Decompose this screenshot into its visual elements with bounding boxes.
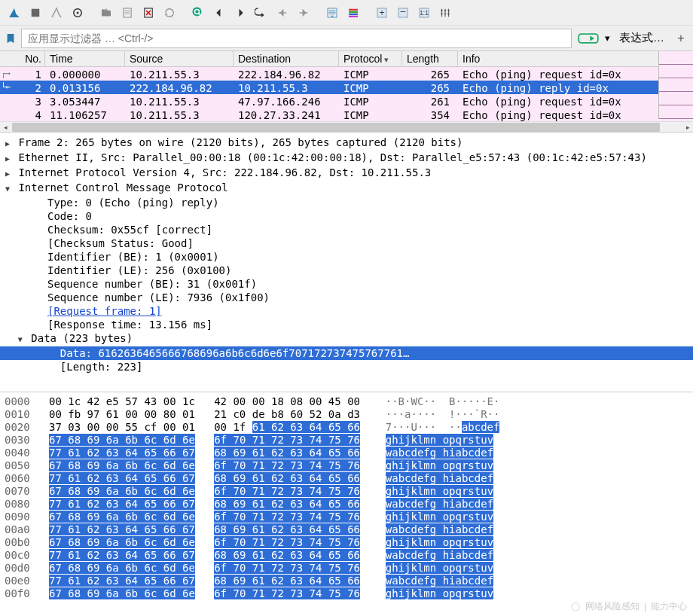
- apply-filter-icon[interactable]: [576, 29, 600, 47]
- detail-line[interactable]: ▶ Ethernet II, Src: Parallel_00:00:18 (0…: [0, 151, 693, 166]
- packet-list-header[interactable]: No. Time Source Destination Protocol Len…: [0, 51, 693, 67]
- col-header-length[interactable]: Length: [402, 51, 458, 66]
- go-first-icon[interactable]: [273, 3, 292, 23]
- hex-row[interactable]: 00a0 77 61 62 63 64 65 66 67 68 69 61 62…: [5, 523, 688, 536]
- detail-line[interactable]: Identifier (BE): 1 (0x0001): [0, 250, 693, 264]
- detail-line[interactable]: Sequence number (LE): 7936 (0x1f00): [0, 291, 693, 304]
- svg-point-2: [77, 11, 79, 14]
- svg-rect-12: [349, 13, 358, 14]
- capture-options-icon[interactable]: [68, 3, 87, 23]
- hex-row[interactable]: 0060 77 61 62 63 64 65 66 67 68 69 61 62…: [5, 472, 688, 485]
- svg-rect-7: [279, 12, 287, 14]
- stop-icon[interactable]: [26, 3, 45, 23]
- packet-row[interactable]: 33.05344710.211.55.347.97.166.246ICMP261…: [0, 94, 693, 108]
- hex-row[interactable]: 00e0 77 61 62 63 64 65 66 67 68 69 61 62…: [5, 575, 688, 587]
- add-filter-button[interactable]: +: [673, 32, 688, 45]
- svg-rect-10: [349, 8, 358, 10]
- packet-details-pane[interactable]: ▶ Frame 2: 265 bytes on wire (2120 bits)…: [0, 133, 693, 392]
- svg-rect-11: [349, 11, 358, 12]
- detail-line[interactable]: Sequence number (BE): 31 (0x001f): [0, 277, 693, 291]
- bookmark-icon[interactable]: [5, 32, 17, 44]
- detail-line[interactable]: ▼ Internet Control Message Protocol: [0, 181, 693, 196]
- shark-fin-icon[interactable]: [5, 3, 24, 23]
- hex-row[interactable]: 0020 37 03 00 00 55 cf 00 01 00 1f 61 62…: [5, 421, 688, 434]
- hex-row[interactable]: 00d0 67 68 69 6a 6b 6c 6d 6e 6f 70 71 72…: [5, 562, 688, 575]
- detail-line[interactable]: ▼ Data (223 bytes): [0, 331, 693, 346]
- col-header-time[interactable]: Time: [45, 51, 125, 66]
- detail-line[interactable]: Identifier (LE): 256 (0x0100): [0, 264, 693, 277]
- detail-line[interactable]: ▶ Internet Protocol Version 4, Src: 222.…: [0, 166, 693, 181]
- detail-line[interactable]: [Length: 223]: [0, 360, 693, 374]
- svg-rect-8: [300, 12, 308, 14]
- detail-line[interactable]: Type: 0 (Echo (ping) reply): [0, 196, 693, 209]
- go-back-icon[interactable]: [209, 3, 229, 23]
- col-header-no[interactable]: No.: [0, 51, 45, 66]
- hex-row[interactable]: 0010 00 fb 97 61 00 00 80 01 21 c0 de b8…: [5, 408, 688, 421]
- detail-line[interactable]: ▶ Frame 2: 265 bytes on wire (2120 bits)…: [0, 136, 693, 151]
- go-forward-icon[interactable]: [230, 3, 250, 23]
- hex-row[interactable]: 0030 67 68 69 6a 6b 6c 6d 6e 6f 70 71 72…: [5, 434, 688, 447]
- hex-row[interactable]: 0050 67 68 69 6a 6b 6c 6d 6e 6f 70 71 72…: [5, 459, 688, 472]
- save-file-icon[interactable]: [118, 3, 137, 23]
- packet-bytes-pane[interactable]: 0000 00 1c 42 e5 57 43 00 1c 42 00 00 18…: [0, 392, 693, 616]
- hex-row[interactable]: 00c0 77 61 62 63 64 65 66 67 68 69 61 62…: [5, 549, 688, 562]
- display-filter-bar: ▾ 表达式… +: [0, 26, 693, 51]
- detail-line[interactable]: Code: 0: [0, 209, 693, 223]
- hex-row[interactable]: 0000 00 1c 42 e5 57 43 00 1c 42 00 00 18…: [5, 395, 688, 408]
- packet-list-hscroll[interactable]: ◂▸: [0, 121, 693, 132]
- detail-line[interactable]: Checksum: 0x55cf [correct]: [0, 223, 693, 236]
- hex-row[interactable]: 00f0 67 68 69 6a 6b 6c 6d 6e 6f 70 71 72…: [5, 587, 688, 600]
- packet-row[interactable]: ┌→10.00000010.211.55.3222.184.96.82ICMP2…: [0, 67, 693, 81]
- svg-rect-13: [349, 15, 358, 17]
- col-header-destination[interactable]: Destination: [234, 51, 339, 66]
- svg-rect-0: [32, 8, 40, 17]
- open-file-icon[interactable]: [96, 3, 116, 23]
- expression-button[interactable]: 表达式…: [615, 31, 669, 45]
- close-file-icon[interactable]: [139, 3, 158, 23]
- hex-row[interactable]: 0080 77 61 62 63 64 65 66 67 68 69 61 62…: [5, 498, 688, 511]
- svg-point-21: [572, 602, 580, 611]
- watermark: 网络风险感知|能力中心: [570, 600, 687, 613]
- find-icon[interactable]: [188, 3, 208, 23]
- col-header-source[interactable]: Source: [125, 51, 234, 66]
- packet-list-pane: No. Time Source Destination Protocol Len…: [0, 51, 693, 133]
- svg-rect-20: [579, 34, 598, 43]
- svg-text:+: +: [379, 7, 384, 17]
- packet-row[interactable]: 411.10625710.211.55.3120.27.33.241ICMP35…: [0, 108, 693, 121]
- svg-text:1:1: 1:1: [420, 10, 429, 17]
- resize-columns-icon[interactable]: [435, 3, 455, 23]
- zoom-out-icon[interactable]: −: [393, 3, 413, 23]
- hex-row[interactable]: 0070 67 68 69 6a 6b 6c 6d 6e 6f 70 71 72…: [5, 485, 688, 498]
- autoscroll-icon[interactable]: [322, 3, 342, 23]
- svg-rect-3: [124, 8, 132, 17]
- detail-line[interactable]: [Response time: 13.156 ms]: [0, 318, 693, 331]
- hex-row[interactable]: 00b0 67 68 69 6a 6b 6c 6d 6e 6f 70 71 72…: [5, 536, 688, 549]
- detail-line[interactable]: Data: 6162636465666768696a6b6c6d6e6f7071…: [0, 346, 693, 360]
- go-last-icon[interactable]: [294, 3, 313, 23]
- hex-row[interactable]: 0090 67 68 69 6a 6b 6c 6d 6e 6f 70 71 72…: [5, 511, 688, 523]
- detail-line[interactable]: [Checksum Status: Good]: [0, 236, 693, 250]
- main-toolbar: + − 1:1: [0, 0, 693, 26]
- reload-icon[interactable]: [160, 3, 179, 23]
- display-filter-input[interactable]: [21, 29, 572, 48]
- go-to-packet-icon[interactable]: [252, 3, 271, 23]
- colorize-icon[interactable]: [343, 3, 363, 23]
- col-header-protocol[interactable]: Protocol: [339, 51, 402, 66]
- hex-row[interactable]: 0040 77 61 62 63 64 65 66 67 68 69 61 62…: [5, 447, 688, 459]
- minimap[interactable]: [658, 51, 693, 119]
- detail-line[interactable]: [Request frame: 1]: [0, 304, 693, 318]
- restart-capture-icon[interactable]: [47, 3, 66, 23]
- zoom-reset-icon[interactable]: 1:1: [414, 3, 434, 23]
- zoom-in-icon[interactable]: +: [372, 3, 392, 23]
- packet-row[interactable]: └←20.013156222.184.96.8210.211.55.3ICMP2…: [0, 81, 693, 94]
- svg-text:−: −: [400, 6, 406, 17]
